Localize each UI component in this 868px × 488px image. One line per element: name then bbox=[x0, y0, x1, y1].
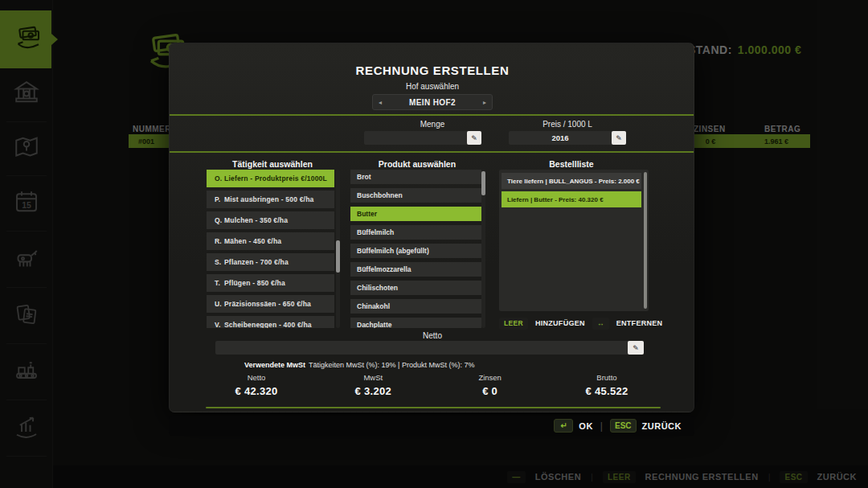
summary-label: Brutto bbox=[554, 373, 660, 382]
activity-list-item[interactable]: V.Scheibeneggen - 400 €/ha bbox=[207, 316, 334, 328]
vat-info-text: Tätigkeiten MwSt (%): 19% | Produkt MwSt… bbox=[309, 361, 474, 369]
summary-label: Zinsen bbox=[437, 373, 543, 382]
netto-edit-button[interactable]: ✎ bbox=[628, 341, 644, 355]
activity-item-label: Mulchen - 350 €/ha bbox=[224, 216, 288, 224]
dialog-title: RECHNUNG ERSTELLEN bbox=[170, 64, 694, 77]
netto-input-label: Netto bbox=[170, 331, 694, 340]
totals-summary: Netto€ 42.320MwSt€ 3.202Zinsen€ 0Brutto€… bbox=[203, 373, 660, 397]
activity-item-label: Scheibeneggen - 400 €/ha bbox=[224, 321, 312, 328]
activity-list-item[interactable]: P.Mist ausbringen - 500 €/ha bbox=[207, 191, 334, 208]
esc-key-badge: ESC bbox=[610, 419, 637, 433]
chevron-left-icon[interactable]: ◂ bbox=[373, 99, 387, 106]
summary-value: € 0 bbox=[437, 385, 543, 397]
order-actions: LEER HINZUFÜGEN ↔ ENTFERNEN bbox=[499, 317, 660, 330]
pencil-icon: ✎ bbox=[471, 134, 477, 142]
summary-value: € 3.202 bbox=[320, 385, 426, 397]
order-list-item[interactable]: Tiere liefern | BULL_ANGUS - Preis: 2.00… bbox=[502, 173, 641, 189]
preis-value: 2016 bbox=[509, 133, 612, 142]
product-list-item[interactable]: Chilischoten bbox=[350, 281, 481, 295]
pencil-icon: ✎ bbox=[633, 344, 639, 352]
product-list-item[interactable]: Buschbohnen bbox=[350, 188, 481, 203]
dialog-footer: ↵ OK | ESC ZURÜCK bbox=[169, 416, 694, 436]
activity-list-item[interactable]: Q.Mulchen - 350 €/ha bbox=[207, 211, 334, 229]
preis-label: Preis / 1000 L bbox=[487, 120, 648, 129]
order-column-header: Bestellliste bbox=[491, 159, 652, 169]
farm-select-label: Hof auswählen bbox=[170, 82, 694, 91]
product-list-item[interactable]: Chinakohl bbox=[350, 299, 481, 314]
summary-column: Brutto€ 45.522 bbox=[554, 373, 660, 397]
activity-item-label: Pflügen - 850 €/ha bbox=[224, 279, 285, 287]
back-button[interactable]: ESC ZURÜCK bbox=[610, 419, 682, 433]
activity-item-key: P. bbox=[207, 195, 224, 203]
activity-item-key: O. bbox=[207, 174, 224, 182]
activity-item-label: Präzisionssäen - 650 €/ha bbox=[224, 300, 311, 308]
add-button[interactable]: HINZUFÜGEN bbox=[535, 319, 585, 327]
activity-scrollbar[interactable] bbox=[336, 170, 340, 328]
product-list-item[interactable]: Butter bbox=[350, 207, 481, 221]
activity-item-key: U. bbox=[207, 300, 224, 308]
activity-list-item[interactable]: S.Pflanzen - 700 €/ha bbox=[207, 253, 334, 271]
product-scrollbar-thumb[interactable] bbox=[481, 171, 485, 195]
order-list-panel: Tiere liefern | BULL_ANGUS - Preis: 2.00… bbox=[499, 170, 649, 311]
activity-item-key: V. bbox=[207, 321, 224, 328]
enter-key-icon: ↵ bbox=[554, 419, 573, 433]
activity-column-header: Tätigkeit auswählen bbox=[192, 159, 353, 169]
product-list-item[interactable]: Büffelmilch (abgefüllt) bbox=[350, 244, 481, 258]
activity-item-label: Mist ausbringen - 500 €/ha bbox=[224, 195, 313, 203]
product-scrollbar[interactable] bbox=[481, 170, 485, 328]
netto-input[interactable]: ✎ bbox=[215, 341, 644, 355]
activity-item-key: T. bbox=[207, 279, 224, 287]
activity-list-item[interactable]: O.Liefern - Produktpreis €/1000L bbox=[207, 170, 334, 187]
summary-value: € 42.320 bbox=[203, 385, 309, 397]
separator-line bbox=[206, 407, 661, 408]
product-list-item[interactable]: Dachplatte bbox=[350, 318, 481, 328]
summary-label: MwSt bbox=[320, 373, 426, 382]
separator-line bbox=[170, 114, 694, 116]
summary-label: Netto bbox=[203, 373, 309, 382]
vat-info-title: Verwendete MwSt bbox=[244, 361, 305, 369]
back-button-label: ZURÜCK bbox=[642, 421, 682, 431]
chevron-right-icon[interactable]: ▸ bbox=[477, 99, 492, 106]
summary-column: Netto€ 42.320 bbox=[203, 373, 309, 397]
activity-item-key: R. bbox=[207, 237, 224, 245]
activity-item-key: Q. bbox=[207, 216, 224, 224]
swap-arrows-icon: ↔ bbox=[592, 318, 609, 330]
farm-selector-value: MEIN HOF2 bbox=[387, 98, 477, 107]
activity-list-item[interactable]: R.Mähen - 450 €/ha bbox=[207, 232, 334, 250]
pencil-icon: ✎ bbox=[616, 134, 622, 142]
product-column-header: Produkt auswählen bbox=[337, 159, 497, 169]
ok-button[interactable]: ↵ OK bbox=[554, 419, 593, 433]
product-list-item[interactable]: Büffelmozzarella bbox=[350, 262, 481, 277]
summary-value: € 45.522 bbox=[554, 385, 660, 397]
activity-list: O.Liefern - Produktpreis €/1000LP.Mist a… bbox=[207, 170, 340, 328]
product-list-item[interactable]: Büffelmilch bbox=[350, 225, 481, 240]
menge-input[interactable]: ✎ bbox=[364, 131, 481, 145]
activity-item-label: Pflanzen - 700 €/ha bbox=[224, 258, 289, 266]
clear-key-badge[interactable]: LEER bbox=[499, 318, 528, 330]
activity-list-item[interactable]: T.Pflügen - 850 €/ha bbox=[207, 274, 334, 292]
summary-column: MwSt€ 3.202 bbox=[320, 373, 426, 397]
farm-selector[interactable]: ◂ MEIN HOF2 ▸ bbox=[372, 94, 493, 110]
activity-list-item[interactable]: U.Präzisionssäen - 650 €/ha bbox=[207, 295, 334, 313]
preis-input[interactable]: 2016 ✎ bbox=[509, 131, 626, 145]
order-list: Tiere liefern | BULL_ANGUS - Preis: 2.00… bbox=[502, 173, 641, 210]
activity-scrollbar-thumb[interactable] bbox=[336, 240, 340, 273]
order-scrollbar-thumb[interactable] bbox=[644, 172, 647, 309]
order-list-item[interactable]: Liefern | Butter - Preis: 40.320 € bbox=[502, 191, 641, 207]
activity-item-key: S. bbox=[207, 258, 224, 266]
activity-item-label: Liefern - Produktpreis €/1000L bbox=[224, 174, 327, 182]
separator-line bbox=[170, 151, 694, 153]
invoice-modal: RECHNUNG ERSTELLEN Hof auswählen ◂ MEIN … bbox=[169, 43, 694, 436]
ok-button-label: OK bbox=[579, 421, 593, 431]
product-list-item[interactable]: Brot bbox=[350, 170, 481, 184]
activity-item-label: Mähen - 450 €/ha bbox=[224, 237, 281, 245]
invoice-dialog: RECHNUNG ERSTELLEN Hof auswählen ◂ MEIN … bbox=[169, 43, 694, 412]
divider: | bbox=[600, 420, 603, 432]
product-list: BrotBuschbohnenButterBüffelmilchBüffelmi… bbox=[350, 170, 487, 328]
summary-column: Zinsen€ 0 bbox=[437, 373, 543, 397]
screen: 15 bbox=[0, 0, 868, 488]
remove-button[interactable]: ENTFERNEN bbox=[616, 319, 663, 327]
menge-edit-button[interactable]: ✎ bbox=[467, 131, 481, 145]
vat-info: Verwendete MwStTätigkeiten MwSt (%): 19%… bbox=[244, 361, 474, 369]
preis-edit-button[interactable]: ✎ bbox=[612, 131, 626, 145]
